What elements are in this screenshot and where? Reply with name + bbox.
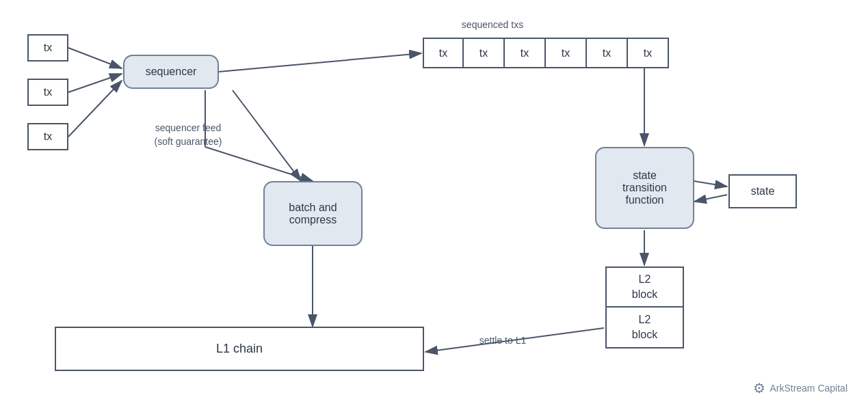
l2-block-bottom: L2 block (605, 308, 684, 348)
svg-line-10 (694, 181, 727, 187)
state-box: state (728, 174, 797, 208)
tx-input-2: tx (27, 79, 68, 106)
seq-tx-e: tx (587, 38, 628, 68)
watermark-text: ArkStream Capital (770, 383, 847, 394)
svg-line-3 (68, 74, 122, 92)
sequencer-box: sequencer (123, 55, 219, 89)
sequencer-feed-label: sequencer feed(soft guarantee) (133, 122, 243, 148)
svg-line-4 (68, 81, 122, 137)
watermark-icon: ⚙ (753, 380, 765, 396)
seq-tx-f: tx (628, 38, 669, 68)
diagram: tx tx tx sequencer sequenced txs tx tx t… (0, 0, 868, 410)
sequenced-txs-label: sequenced txs (438, 19, 547, 30)
svg-line-8 (233, 90, 301, 181)
batch-compress-box: batch and compress (263, 181, 363, 246)
svg-line-7 (205, 147, 313, 181)
tx-input-1: tx (27, 34, 68, 62)
state-transition-box: state transition function (595, 147, 694, 229)
tx-input-3: tx (27, 123, 68, 150)
seq-tx-d: tx (546, 38, 587, 68)
l2-block-top: L2 block (605, 266, 684, 308)
svg-line-11 (694, 195, 727, 202)
watermark: ⚙ ArkStream Capital (753, 380, 847, 396)
svg-line-5 (219, 53, 421, 72)
seq-tx-b: tx (464, 38, 505, 68)
seq-tx-a: tx (423, 38, 464, 68)
settle-to-l1-label: settle to L1 (458, 335, 547, 346)
l1-chain-box: L1 chain (55, 327, 424, 371)
seq-tx-c: tx (505, 38, 546, 68)
svg-line-2 (68, 48, 122, 68)
